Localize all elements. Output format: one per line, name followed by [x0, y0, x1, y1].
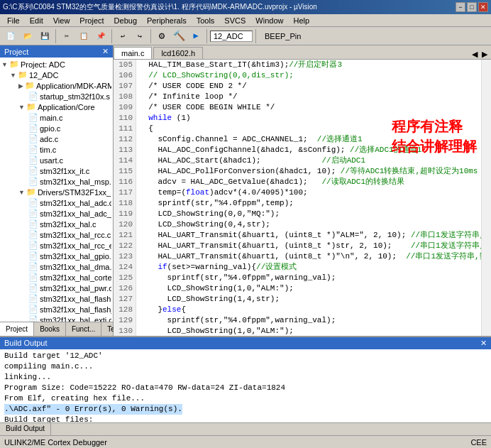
- tree-item[interactable]: 📄main.c: [1, 112, 111, 123]
- line-number: 107: [116, 81, 133, 92]
- line-number: 126: [116, 283, 133, 294]
- menu-project[interactable]: Project: [75, 16, 108, 26]
- tb-undo[interactable]: ↩: [115, 28, 131, 44]
- line-numbers: 1051061071081091101111121131141151161171…: [114, 60, 136, 336]
- tree-item[interactable]: 📄stm32f1xx_hal_pwr.c: [1, 283, 111, 293]
- maximize-button[interactable]: □: [467, 2, 477, 12]
- minimize-button[interactable]: −: [456, 2, 465, 12]
- tree-item[interactable]: 📄stm32f1xx_hal_msp.c: [1, 176, 111, 187]
- menu-file[interactable]: File: [3, 16, 24, 26]
- output-area: Build Output ✕ Build target '12_ADC'comp…: [0, 336, 491, 435]
- tab-lcd-label: lcd1602.h: [161, 49, 195, 58]
- tree-item[interactable]: 📄stm32f1xx_hal.c: [1, 219, 111, 229]
- code-line: LCD_ShowString(0,0,"MQ:");: [139, 209, 478, 219]
- code-line: sprintf(str,"%4.0fppm",warning_val);: [139, 315, 478, 326]
- tree-item[interactable]: 📄stm32f1xx_hal_exti.c: [1, 315, 111, 322]
- tree-item[interactable]: ▼📁12_ADC: [1, 70, 111, 80]
- tree-item[interactable]: 📄stm32f1xx_hal_flash_ex.c: [1, 304, 111, 315]
- line-number: 122: [116, 241, 133, 251]
- tree-item[interactable]: 📄stm32f1xx_hal_rcc.c: [1, 229, 111, 240]
- project-header-close[interactable]: ✕: [102, 47, 109, 56]
- proj-tab-project[interactable]: Project: [0, 322, 34, 336]
- tb-paste[interactable]: 📌: [93, 28, 109, 44]
- target-selector[interactable]: 12_ADC: [210, 31, 253, 42]
- line-number: 124: [116, 262, 133, 273]
- tree-item[interactable]: 📄stm32f1xx_hal_adc_ex.c: [1, 208, 111, 219]
- project-panel: Project ✕ ▼📁Project: ADC▼📁12_ADC▶📁Applic…: [0, 45, 114, 336]
- menu-window[interactable]: Window: [251, 16, 287, 26]
- proj-tab-funct[interactable]: Funct...: [66, 322, 101, 336]
- tab-scroll-left[interactable]: ◀: [470, 50, 480, 59]
- line-number: 123: [116, 251, 133, 262]
- line-number: 118: [116, 198, 133, 209]
- menu-edit[interactable]: Edit: [26, 16, 48, 26]
- output-tabs: Build Output: [0, 422, 491, 435]
- tb-copy[interactable]: 📋: [76, 28, 92, 44]
- tree-item[interactable]: ▼📁Project: ADC: [1, 59, 111, 70]
- close-button[interactable]: ✕: [478, 2, 488, 12]
- menu-view[interactable]: View: [49, 16, 75, 26]
- tree-item[interactable]: 📄tim.c: [1, 144, 111, 155]
- tb-build[interactable]: ⚙: [154, 28, 170, 44]
- line-number: 116: [116, 177, 133, 187]
- code-line: sprintf(str,"%4.0fppm",temp);: [139, 198, 478, 209]
- editor-tab-main[interactable]: main.c: [114, 47, 152, 59]
- tree-item[interactable]: ▼📁Drivers/STM32F1xx_HAL_Dr...: [1, 187, 111, 197]
- tab-scroll-right[interactable]: ▶: [480, 50, 490, 59]
- menu-tools[interactable]: Tools: [192, 16, 219, 26]
- code-line: LCD_ShowString(0,4,str);: [139, 219, 478, 230]
- code-line: LCD_ShowString(1,4,str);: [139, 294, 478, 305]
- tb-redo[interactable]: ↪: [132, 28, 148, 44]
- tree-item[interactable]: 📄stm32f1xx_hal_rcc_ex.c: [1, 240, 111, 251]
- code-line: /* USER CODE BEGIN WHILE */: [139, 102, 478, 113]
- tb-sep3: [150, 29, 151, 43]
- menu-peripherals[interactable]: Peripherals: [143, 16, 191, 26]
- editor-tab-lcd[interactable]: lcd1602.h: [153, 47, 203, 59]
- output-line: Program Size: Code=15222 RO-data=470 RW-…: [4, 383, 487, 393]
- tree-item[interactable]: 📄stm32f1xx_hal_flash.c: [1, 293, 111, 304]
- tree-item[interactable]: 📄stm32f1xx_hal_adc.c: [1, 197, 111, 208]
- proj-tab-books[interactable]: Books: [34, 322, 66, 336]
- tb-new[interactable]: 📄: [3, 28, 18, 44]
- toolbar: 📄 📂 💾 ✂ 📋 📌 ↩ ↪ ⚙ 🔨 ▶ 12_ADC BEEP_Pin: [0, 27, 491, 45]
- tree-item[interactable]: 📄stm32f1xx_hal_cortex.c: [1, 272, 111, 283]
- editor-scrollbar[interactable]: [481, 60, 491, 336]
- menu-help[interactable]: Help: [289, 16, 314, 26]
- code-editor[interactable]: 1051061071081091101111121131141151161171…: [114, 60, 491, 336]
- tree-item[interactable]: 📄stm32f1xx_it.c: [1, 165, 111, 176]
- code-line: sConfig.Channel = ADC_CHANNEL_1; //选择通道1: [139, 134, 478, 145]
- status-bar: ULINK2/ME Cortex Debugger CEE: [0, 435, 491, 448]
- menu-debug[interactable]: Debug: [110, 16, 141, 26]
- tb-cut[interactable]: ✂: [59, 28, 75, 44]
- tree-item[interactable]: 📄gpio.c: [1, 123, 111, 133]
- tree-item[interactable]: 📄adc.c: [1, 133, 111, 144]
- tree-item[interactable]: 📄stm32f1xx_hal_gpio.c: [1, 251, 111, 261]
- tree-item[interactable]: 📄stm32f1xx_hal_dma.c: [1, 261, 111, 272]
- menu-svcs[interactable]: SVCS: [220, 16, 250, 26]
- tb-debug[interactable]: ▶: [188, 28, 204, 44]
- tree-item[interactable]: ▶📁Application/MDK-ARM: [1, 80, 111, 91]
- output-line: Build target '12_ADC': [4, 351, 487, 361]
- main-layout: Project ✕ ▼📁Project: ADC▼📁12_ADC▶📁Applic…: [0, 45, 491, 448]
- tb-rebuild[interactable]: 🔨: [171, 28, 187, 44]
- title-text: G:\C系列\C0084 STM32的空气质量检测报警仿真设计\1. 程序代码\…: [3, 2, 317, 12]
- tb-save[interactable]: 💾: [37, 28, 53, 44]
- line-number: 121: [116, 230, 133, 241]
- code-line: }else{: [139, 305, 478, 315]
- output-title: Build Output: [4, 339, 48, 348]
- tree-item[interactable]: ▼📁Application/Core: [1, 102, 111, 112]
- tree-item[interactable]: 📄startup_stm32f10x.s: [1, 91, 111, 102]
- tb-open[interactable]: 📂: [20, 28, 35, 44]
- code-line: temp=(float)adcv*(4.0/4095)*100;: [139, 187, 478, 198]
- code-line: /* USER CODE END 2 */: [139, 81, 478, 92]
- tree-item[interactable]: 📄usart.c: [1, 155, 111, 165]
- code-line: while (1): [139, 113, 478, 124]
- code-line: HAL_UART_Transmit(&huart1, (uint8_t *)"\…: [139, 251, 478, 262]
- window-controls: − □ ✕: [456, 2, 488, 12]
- out-tab-build[interactable]: Build Output: [0, 423, 51, 435]
- output-close[interactable]: ✕: [480, 339, 487, 348]
- line-number: 130: [116, 326, 133, 336]
- line-number: 111: [116, 124, 133, 134]
- line-number: 120: [116, 219, 133, 230]
- code-content[interactable]: HAL_TIM_Base_Start_IT(&htim3);//开启定时器3 /…: [136, 60, 481, 336]
